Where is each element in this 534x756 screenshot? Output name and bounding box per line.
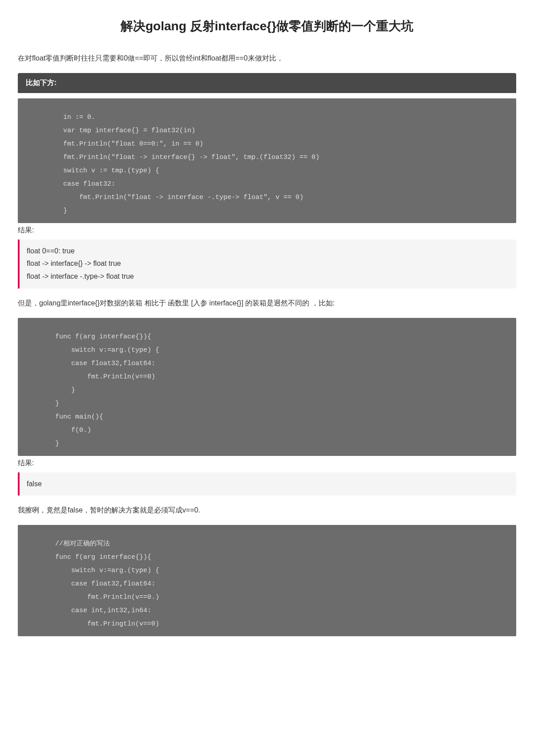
intro-paragraph: 在对float零值判断时往往只需要和0做==即可，所以曾经int和float都用…	[18, 53, 516, 64]
result-quote-2: false	[18, 472, 516, 496]
code-block-3: //相对正确的写法 func f(arg interface{}){ switc…	[18, 525, 516, 636]
page-title: 解决golang 反射interface{}做零值判断的一个重大坑	[18, 18, 516, 35]
result-label-2: 结果:	[18, 459, 516, 468]
code-block-2: func f(arg interface{}){ switch v:=arg.(…	[18, 318, 516, 456]
result-quote-1: float 0==0: true float -> interface{} ->…	[18, 240, 516, 289]
paragraph-3: 我擦咧，竟然是false，暂时的解决方案就是必须写成v==0.	[18, 504, 516, 516]
result-label-1: 结果:	[18, 226, 516, 235]
paragraph-2: 但是，golang里interface{}对数据的装箱 相比于 函数里 [入参 …	[18, 297, 516, 309]
section-header-1: 比如下方:	[18, 73, 516, 93]
code-block-1: in := 0. var tmp interface{} = float32(i…	[18, 98, 516, 223]
